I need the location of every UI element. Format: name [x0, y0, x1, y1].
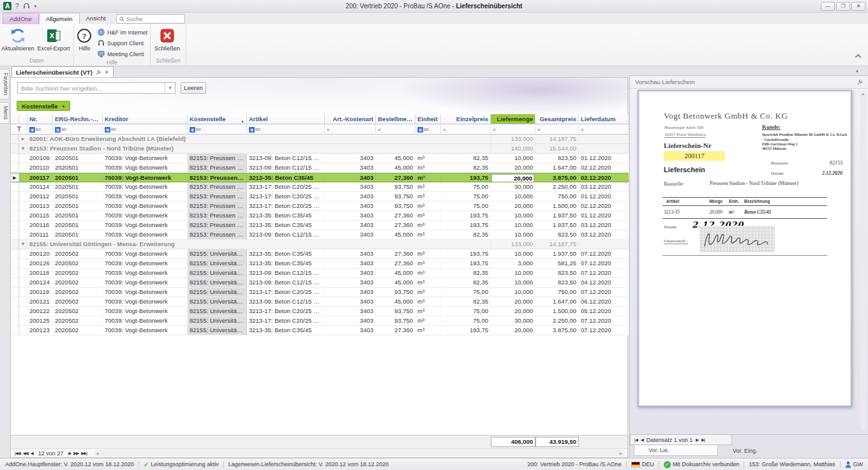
pager-last-icon[interactable]: ▶▶|: [81, 451, 87, 456]
cell[interactable]: 70039: Vogt-Betonwerk: [103, 182, 188, 192]
table-row[interactable]: 200113202050170039: Vogt-Betonwerk82153:…: [11, 202, 629, 211]
cell[interactable]: m³: [415, 297, 441, 307]
filter-contains-icon[interactable]: aBC: [55, 125, 67, 135]
cell[interactable]: 45,000: [376, 297, 415, 307]
table-row[interactable]: 200111202050170039: Vogt-Betonwerk82153:…: [11, 230, 629, 240]
cell[interactable]: 2020501: [53, 192, 103, 202]
cell[interactable]: 2020501: [53, 173, 103, 182]
tab-close-icon[interactable]: ✕: [105, 70, 109, 75]
table-row[interactable]: 200115202050170039: Vogt-Betonwerk82153:…: [11, 211, 629, 221]
cell[interactable]: 70039: Vogt-Betonwerk: [103, 192, 188, 202]
cell[interactable]: 45,000: [376, 278, 415, 288]
cell[interactable]: 01.12.2020: [579, 154, 629, 163]
filter-contains-icon[interactable]: aBC: [105, 125, 117, 135]
cell[interactable]: 10,000: [491, 288, 535, 297]
status-language[interactable]: DEU: [642, 461, 654, 467]
cell[interactable]: 1.647,00: [535, 163, 579, 173]
cell[interactable]: 200117: [27, 173, 53, 182]
meeting-client-button[interactable]: Meeting Client: [95, 49, 150, 59]
filter-cell-6[interactable]: =: [376, 124, 415, 135]
cell[interactable]: m³: [415, 202, 441, 211]
cell[interactable]: 02.12.2020: [579, 173, 629, 182]
table-row[interactable]: 200114202050170039: Vogt-Betonwerk82153:…: [11, 182, 629, 192]
filter-equals-icon[interactable]: =: [443, 127, 446, 133]
pager-next-icon[interactable]: ▶: [68, 451, 71, 456]
cell[interactable]: 82155: Universität Göttingen - Mensa- Er…: [188, 326, 247, 335]
cell[interactable]: 82155: Universität Göttingen - Mensa- Er…: [188, 297, 247, 307]
cell[interactable]: 82155: Universität Göttingen - Mensa- Er…: [188, 259, 247, 268]
hilfe-button[interactable]: ? Hilfe: [74, 26, 95, 52]
cell[interactable]: 70039: Vogt-Betonwerk: [103, 221, 188, 230]
cell[interactable]: 2020501: [53, 221, 103, 230]
cell[interactable]: 82155: Universität Göttingen - Mensa- Er…: [188, 249, 247, 259]
filter-contains-icon[interactable]: aBC: [190, 125, 202, 135]
cell[interactable]: m³: [415, 154, 441, 163]
cell[interactable]: 200109: [27, 154, 53, 163]
cell[interactable]: 3403: [325, 173, 376, 182]
cell[interactable]: 27,360: [376, 173, 415, 182]
table-row[interactable]: 200122202050270039: Vogt-Betonwerk82155:…: [11, 307, 629, 316]
clear-filter-button[interactable]: Leeren: [181, 82, 206, 94]
table-row[interactable]: 200116202050170039: Vogt-Betonwerk82153:…: [11, 221, 629, 230]
cell[interactable]: 75,00: [441, 288, 491, 297]
cell[interactable]: 3213-17: Beton C20/25 KR WU 0/32: [247, 182, 325, 192]
cell[interactable]: 75,00: [441, 182, 491, 192]
cell[interactable]: 07.12.2020: [579, 268, 629, 278]
table-row[interactable]: 200118202050270039: Vogt-Betonwerk82155:…: [11, 268, 629, 278]
group-row[interactable]: ▸82001: AOK-Büro Erweiterung Abschnitt I…: [11, 135, 629, 144]
pager-first-icon[interactable]: |◀◀: [15, 451, 20, 456]
filter-contains-icon[interactable]: aBC: [417, 125, 430, 135]
filter-cell-9[interactable]: =: [491, 124, 535, 135]
column-header-liefermenge[interactable]: Liefermenge: [491, 114, 535, 124]
cell[interactable]: 193,75: [441, 173, 491, 182]
cell[interactable]: m³: [415, 316, 441, 326]
filter-equals-icon[interactable]: =: [581, 127, 584, 133]
cell[interactable]: 823,50: [535, 154, 579, 163]
cell[interactable]: 200124: [27, 278, 53, 288]
cell[interactable]: 05.12.2020: [579, 307, 629, 316]
cell[interactable]: 3403: [325, 326, 376, 335]
filter-equals-icon[interactable]: =: [378, 127, 381, 133]
cell[interactable]: 200116: [27, 221, 53, 230]
pager-prev-icon[interactable]: ◀: [31, 451, 33, 456]
cell[interactable]: 3.875,00: [535, 326, 579, 335]
table-row[interactable]: 200112202050170039: Vogt-Betonwerk82153:…: [11, 192, 629, 202]
cell[interactable]: 10,000: [491, 268, 535, 278]
cell[interactable]: 3403: [325, 221, 376, 230]
tab-lieferscheinuebersicht[interactable]: Lieferscheinübersicht (VT) ✕: [11, 66, 114, 77]
cell[interactable]: 27,360: [376, 221, 415, 230]
cell[interactable]: 82,35: [441, 154, 491, 163]
ribbon-tab-addone[interactable]: AddOne: [3, 13, 39, 24]
cell[interactable]: 193,75: [441, 211, 491, 221]
cell[interactable]: 2020502: [53, 326, 103, 335]
preview-scrollbar[interactable]: ▲: [860, 91, 866, 429]
table-row[interactable]: 200123202050270039: Vogt-Betonwerk82155:…: [11, 326, 629, 335]
cell[interactable]: 07.12.2020: [579, 259, 629, 268]
cell[interactable]: 70039: Vogt-Betonwerk: [103, 297, 188, 307]
cell[interactable]: 82155: Universität Göttingen - Mensa- Er…: [188, 288, 247, 297]
column-header-einheit[interactable]: Einheit: [415, 114, 441, 124]
cell[interactable]: m³: [415, 288, 441, 297]
search-dropdown-icon[interactable]: ▼: [165, 83, 175, 93]
cell[interactable]: 3,000: [491, 259, 535, 268]
table-row[interactable]: 200120202050270039: Vogt-Betonwerk82155:…: [11, 249, 629, 259]
column-header-erg-rechn-nr-[interactable]: ERG-Rechn.-Nr.: [53, 114, 103, 124]
filter-cell-7[interactable]: aBC: [415, 124, 441, 135]
cell[interactable]: 82153: Preussen Stadion - Nord Tribüne (…: [188, 211, 247, 221]
cell[interactable]: 2020502: [53, 249, 103, 259]
cell[interactable]: 3213-17: Beton C20/25 KR WU 0/32: [247, 316, 325, 326]
cell[interactable]: 200110: [27, 163, 53, 173]
cell[interactable]: m³: [415, 326, 441, 335]
cell[interactable]: 3213-09: Beton C12/15 KR 0/32: [247, 268, 325, 278]
cell[interactable]: 3403: [325, 278, 376, 288]
cell[interactable]: 3403: [325, 163, 376, 173]
support-client-button[interactable]: Support Client: [95, 38, 150, 48]
ribbon-search-input[interactable]: Suche: [116, 14, 185, 24]
cell[interactable]: 70039: Vogt-Betonwerk: [103, 288, 188, 297]
cell[interactable]: 3213-17: Beton C20/25 KR WU 0/32: [247, 202, 325, 211]
liefermenge-edit-cell[interactable]: 20,000: [491, 174, 534, 182]
table-row[interactable]: 200109202050170039: Vogt-Betonwerk82153:…: [11, 154, 629, 163]
record-first-icon[interactable]: |◀: [634, 437, 638, 443]
cell[interactable]: 75,00: [441, 316, 491, 326]
cell[interactable]: 07.12.2020: [579, 288, 629, 297]
